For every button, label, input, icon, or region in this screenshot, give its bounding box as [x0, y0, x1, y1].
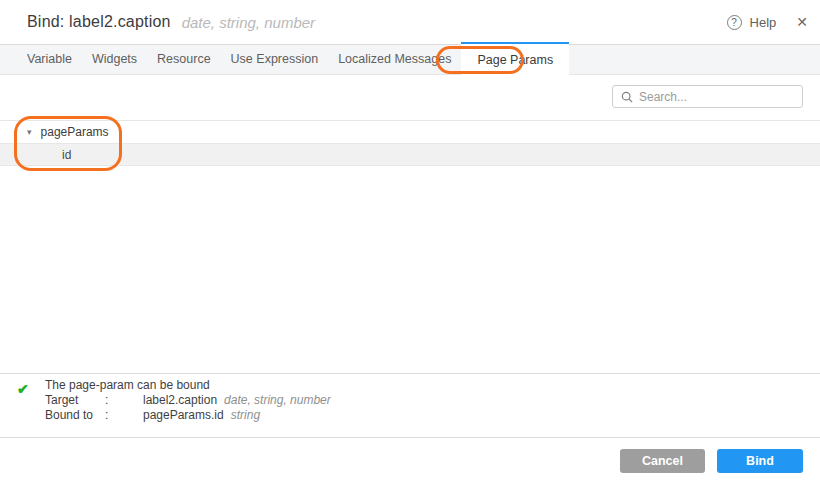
search-icon — [621, 91, 633, 103]
search-input[interactable] — [639, 90, 802, 104]
tree-node-label: pageParams — [41, 125, 109, 139]
tree-node-pageparams[interactable]: ▾ pageParams — [0, 120, 820, 143]
summary-status: The page-param can be bound — [45, 378, 331, 393]
summary-target-label: Target — [45, 393, 105, 408]
tab-use-expression[interactable]: Use Expression — [221, 45, 329, 74]
help-icon[interactable]: ? — [727, 15, 742, 30]
summary-target-value: label2.caption — [143, 393, 217, 407]
cancel-button[interactable]: Cancel — [620, 449, 705, 473]
tab-localized-messages[interactable]: Localized Messages — [328, 45, 461, 74]
check-icon: ✔ — [17, 381, 29, 397]
tab-page-params[interactable]: Page Params — [461, 42, 569, 75]
search-box[interactable] — [612, 85, 803, 108]
tab-widgets[interactable]: Widgets — [82, 45, 147, 74]
bind-button[interactable]: Bind — [717, 449, 803, 473]
summary-colon: : — [105, 408, 143, 423]
dialog-header: Bind: label2.caption date, string, numbe… — [0, 0, 820, 44]
dialog-footer: Cancel Bind — [0, 437, 820, 488]
tree-node-label: id — [62, 148, 71, 162]
page-params-tree: ▾ pageParams id — [0, 120, 820, 166]
dialog-subtitle-types: date, string, number — [182, 14, 315, 31]
summary-boundto-value: pageParams.id — [143, 408, 224, 422]
summary-boundto-label: Bound to — [45, 408, 105, 423]
tree-node-id[interactable]: id — [0, 143, 820, 166]
summary-target-type: date, string, number — [224, 393, 331, 407]
bind-summary: ✔ The page-param can be bound Target:lab… — [0, 373, 820, 437]
dialog-title: Bind: label2.caption — [27, 13, 171, 31]
summary-boundto-row: Bound to:pageParams.idstring — [45, 408, 331, 423]
summary-lines: The page-param can be bound Target:label… — [45, 378, 331, 423]
tab-resource[interactable]: Resource — [147, 45, 221, 74]
summary-boundto-type: string — [231, 408, 260, 422]
close-icon[interactable]: ✕ — [796, 14, 808, 30]
title-wrap: Bind: label2.caption date, string, numbe… — [27, 0, 315, 44]
tab-variable[interactable]: Variable — [17, 45, 82, 74]
summary-colon: : — [105, 393, 143, 408]
summary-target-row: Target:label2.captiondate, string, numbe… — [45, 393, 331, 408]
tab-bar: Variable Widgets Resource Use Expression… — [0, 44, 820, 75]
header-actions: ? Help ✕ — [727, 0, 808, 44]
caret-down-icon[interactable]: ▾ — [27, 127, 32, 137]
help-link[interactable]: Help — [750, 15, 777, 30]
